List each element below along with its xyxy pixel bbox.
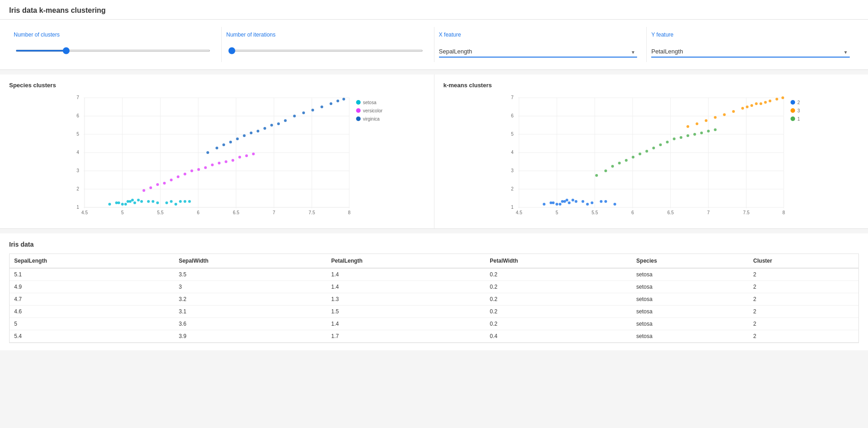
svg-point-138 [600, 200, 602, 203]
kmeans-chart-area: 1 2 3 4 5 6 7 4.5 5 5.5 6 6.5 7 7.5 8 [444, 93, 859, 221]
x-feature-label: X feature [439, 32, 638, 38]
kmeans-chart-title: k-means clusters [444, 82, 859, 89]
charts-row: Species clusters [0, 74, 868, 229]
svg-text:6.5: 6.5 [667, 210, 674, 215]
y-feature-label: Y feature [651, 32, 850, 38]
svg-point-151 [666, 141, 669, 143]
svg-point-176 [790, 108, 795, 113]
svg-point-37 [126, 200, 129, 203]
svg-text:virginica: virginica [363, 116, 380, 122]
svg-point-74 [243, 134, 246, 137]
svg-text:3: 3 [511, 168, 513, 173]
svg-point-40 [115, 201, 118, 204]
table-row: 4.931.40.2setosa2 [10, 281, 858, 293]
svg-point-142 [604, 169, 607, 172]
svg-point-70 [215, 147, 218, 149]
svg-point-124 [555, 203, 558, 206]
svg-point-69 [206, 151, 209, 154]
svg-text:4: 4 [77, 150, 79, 155]
svg-text:7.5: 7.5 [743, 210, 749, 215]
svg-point-173 [764, 101, 767, 104]
svg-point-156 [700, 132, 703, 134]
svg-text:6: 6 [77, 113, 79, 118]
clusters-slider[interactable] [16, 50, 210, 52]
svg-text:4.5: 4.5 [81, 210, 88, 215]
svg-point-158 [714, 128, 716, 131]
svg-point-128 [568, 201, 570, 204]
svg-point-83 [311, 109, 314, 111]
svg-point-141 [595, 174, 598, 177]
svg-point-174 [790, 100, 795, 105]
svg-point-90 [356, 108, 361, 113]
svg-point-145 [625, 159, 627, 162]
svg-text:1: 1 [77, 205, 79, 210]
svg-point-147 [638, 153, 641, 155]
x-feature-select[interactable]: SepalLength SepalWidth PetalLength Petal… [439, 46, 638, 58]
svg-text:3: 3 [797, 108, 800, 113]
iterations-slider-container [226, 46, 425, 53]
table-wrapper[interactable]: SepalLength SepalWidth PetalLength Petal… [9, 254, 859, 343]
clusters-slider-container [14, 46, 212, 53]
y-feature-select[interactable]: SepalLength SepalWidth PetalLength Petal… [651, 46, 850, 58]
svg-text:7.5: 7.5 [309, 210, 315, 215]
species-chart-area: 1 2 3 4 5 6 7 4.5 5 5.5 6 6.5 7 7.5 8 [9, 93, 425, 221]
svg-point-35 [124, 203, 127, 206]
svg-point-167 [759, 102, 762, 105]
svg-point-160 [695, 122, 698, 125]
svg-text:5.5: 5.5 [157, 210, 163, 215]
svg-point-59 [190, 169, 193, 172]
data-section: Iris data SepalLength SepalWidth PetalLe… [0, 233, 868, 350]
svg-point-149 [652, 147, 655, 149]
svg-point-32 [121, 203, 124, 206]
x-feature-select-container: SepalLength SepalWidth PetalLength Petal… [439, 46, 638, 58]
clusters-label: Number of clusters [14, 32, 212, 38]
svg-point-53 [149, 186, 152, 189]
svg-point-172 [755, 102, 758, 105]
svg-point-55 [163, 182, 166, 185]
svg-point-171 [746, 106, 748, 108]
svg-point-148 [645, 150, 648, 153]
svg-point-88 [356, 100, 361, 105]
svg-point-165 [741, 107, 744, 110]
svg-point-44 [152, 200, 154, 203]
species-chart-title: Species clusters [9, 82, 425, 89]
col-header-petal-width: PetalWidth [485, 254, 632, 268]
x-feature-panel: X feature SepalLength SepalWidth PetalLe… [434, 27, 647, 62]
svg-point-169 [775, 98, 778, 100]
svg-text:setosa: setosa [363, 100, 376, 105]
svg-point-132 [549, 201, 552, 204]
page-title: Iris data k-means clustering [0, 0, 868, 20]
table-row: 5.13.51.40.2setosa2 [10, 268, 858, 281]
svg-text:8: 8 [782, 210, 785, 215]
svg-point-127 [559, 203, 561, 206]
svg-text:3: 3 [77, 168, 79, 173]
svg-point-64 [225, 160, 227, 163]
svg-point-146 [632, 156, 634, 159]
svg-point-57 [177, 175, 179, 178]
svg-point-144 [618, 162, 621, 164]
svg-point-54 [156, 183, 159, 186]
svg-text:2: 2 [511, 186, 513, 191]
col-header-sepal-width: SepalWidth [174, 254, 327, 268]
svg-point-78 [270, 124, 273, 127]
iterations-slider[interactable] [228, 50, 423, 52]
svg-point-47 [170, 200, 173, 203]
svg-point-71 [222, 143, 225, 146]
svg-point-63 [218, 162, 220, 164]
svg-point-52 [142, 189, 145, 192]
y-feature-panel: Y feature SepalLength SepalWidth PetalLe… [647, 27, 859, 62]
svg-point-50 [183, 200, 186, 203]
iris-data-table: SepalLength SepalWidth PetalLength Petal… [10, 254, 858, 343]
svg-text:5: 5 [77, 132, 79, 137]
svg-point-77 [263, 127, 266, 130]
col-header-species: Species [632, 254, 748, 268]
svg-point-157 [707, 130, 710, 132]
species-chart-panel: Species clusters [0, 74, 434, 228]
svg-text:7: 7 [511, 95, 513, 100]
svg-point-65 [231, 159, 234, 162]
svg-point-161 [705, 119, 707, 122]
svg-point-84 [320, 106, 323, 108]
svg-text:5: 5 [555, 210, 558, 215]
svg-point-150 [659, 143, 662, 146]
y-feature-select-container: SepalLength SepalWidth PetalLength Petal… [651, 46, 850, 58]
